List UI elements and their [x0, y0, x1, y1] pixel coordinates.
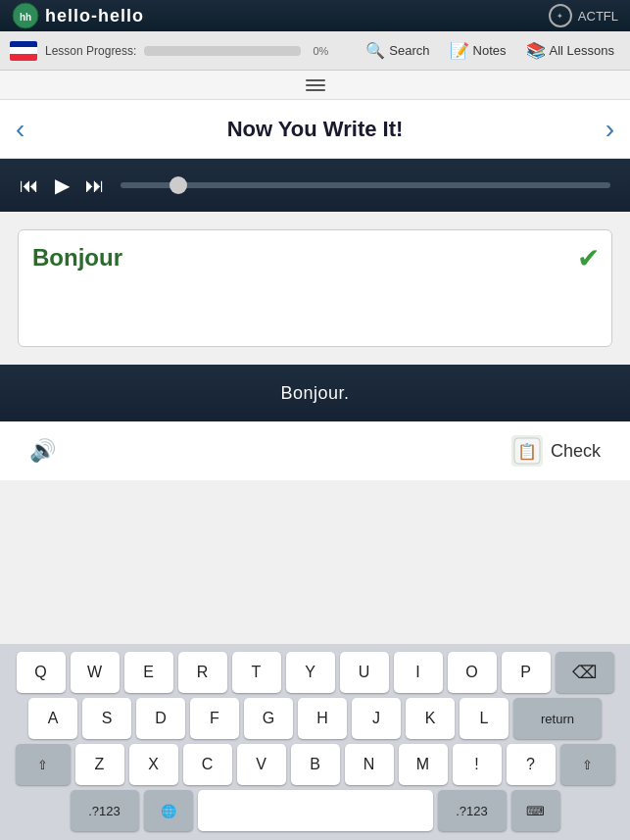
written-text: Bonjour — [32, 244, 122, 271]
check-label: Check — [551, 441, 601, 462]
flag-red — [10, 54, 37, 61]
key-b[interactable]: B — [291, 744, 340, 785]
num-key-left[interactable]: .?123 — [71, 790, 139, 831]
notes-label: Notes — [473, 43, 507, 58]
key-q[interactable]: Q — [17, 652, 66, 693]
check-button[interactable]: 📋 Check — [511, 435, 601, 467]
prev-button[interactable]: ‹ — [0, 114, 40, 145]
all-lessons-button[interactable]: 📚 All Lessons — [520, 41, 620, 60]
top-bar: hh hello-hello ✦ ACTFL — [0, 0, 630, 31]
translation-bar: Bonjour. — [0, 365, 630, 421]
flag-blue — [10, 41, 37, 48]
play-button[interactable]: ▶ — [55, 173, 70, 197]
actfl-area: ✦ ACTFL — [549, 4, 618, 27]
progress-track — [144, 46, 301, 56]
play-icon: ▶ — [55, 173, 70, 197]
writing-area[interactable]: Bonjour ✔ — [18, 229, 612, 347]
checkmark-icon: ✔ — [577, 242, 600, 274]
check-icon: 📋 — [511, 435, 543, 467]
key-e[interactable]: E — [124, 652, 173, 693]
globe-key[interactable]: 🌐 — [144, 790, 193, 831]
key-exclaim[interactable]: ! — [453, 744, 502, 785]
progress-bar-row: Lesson Progress: 0% 🔍 Search 📝 Notes 📚 A… — [0, 31, 630, 71]
notes-icon: 📝 — [450, 41, 469, 60]
space-key[interactable] — [198, 790, 433, 831]
title-row: ‹ Now You Write It! › — [0, 100, 630, 159]
all-lessons-label: All Lessons — [550, 43, 614, 58]
key-k[interactable]: K — [406, 698, 455, 739]
key-w[interactable]: W — [71, 652, 120, 693]
key-g[interactable]: G — [244, 698, 293, 739]
keyboard-row-3: ⇧ Z X C V B N M ! ? ⇧ — [4, 744, 626, 785]
rewind-button[interactable]: ⏮ — [20, 174, 39, 197]
actfl-label: ACTFL — [578, 9, 618, 24]
shift-key-right[interactable]: ⇧ — [560, 744, 615, 785]
next-button[interactable]: › — [590, 114, 630, 145]
menu-icon[interactable] — [306, 79, 325, 91]
page-title: Now You Write It! — [227, 117, 404, 142]
audio-controls: ⏮ ▶ ⏭ — [0, 159, 630, 212]
rewind-icon: ⏮ — [20, 174, 39, 197]
forward-button[interactable]: ⏭ — [85, 174, 105, 197]
key-j[interactable]: J — [352, 698, 401, 739]
key-n[interactable]: N — [345, 744, 394, 785]
svg-text:hh: hh — [20, 12, 31, 23]
keyboard: Q W E R T Y U I O P ⌫ A S D F G H J K L … — [0, 644, 630, 840]
forward-icon: ⏭ — [85, 174, 105, 197]
key-o[interactable]: O — [448, 652, 497, 693]
key-d[interactable]: D — [136, 698, 185, 739]
key-l[interactable]: L — [460, 698, 509, 739]
flag-icon — [10, 41, 37, 61]
key-i[interactable]: I — [394, 652, 443, 693]
search-icon: 🔍 — [365, 41, 385, 60]
key-r[interactable]: R — [178, 652, 227, 693]
key-x[interactable]: X — [129, 744, 178, 785]
key-v[interactable]: V — [237, 744, 286, 785]
keyboard-row-2: A S D F G H J K L return — [4, 698, 626, 739]
key-c[interactable]: C — [183, 744, 232, 785]
keyboard-row-1: Q W E R T Y U I O P ⌫ — [4, 652, 626, 693]
search-label: Search — [389, 43, 429, 58]
return-key[interactable]: return — [513, 698, 602, 739]
translation-text: Bonjour. — [280, 383, 349, 404]
seek-track[interactable] — [121, 182, 610, 188]
menu-icon-row — [0, 71, 630, 100]
shift-key-left[interactable]: ⇧ — [16, 744, 71, 785]
svg-text:📋: 📋 — [517, 442, 537, 461]
logo-text: hello-hello — [45, 6, 144, 26]
key-f[interactable]: F — [190, 698, 239, 739]
search-button[interactable]: 🔍 Search — [360, 41, 435, 60]
flag-white — [10, 47, 37, 54]
backspace-key[interactable]: ⌫ — [556, 652, 614, 693]
sound-icon[interactable]: 🔊 — [29, 438, 56, 464]
key-z[interactable]: Z — [75, 744, 124, 785]
lesson-progress-label: Lesson Progress: — [45, 44, 136, 58]
progress-percent: 0% — [313, 45, 328, 57]
keyboard-row-bottom: .?123 🌐 .?123 ⌨ — [4, 790, 626, 831]
notes-button[interactable]: 📝 Notes — [444, 41, 512, 60]
key-u[interactable]: U — [340, 652, 389, 693]
actfl-badge: ✦ — [549, 4, 572, 27]
action-row: 🔊 📋 Check — [0, 421, 630, 480]
key-m[interactable]: M — [399, 744, 448, 785]
seek-thumb — [170, 176, 187, 194]
key-h[interactable]: H — [298, 698, 347, 739]
key-s[interactable]: S — [82, 698, 131, 739]
keyboard-hide-key[interactable]: ⌨ — [511, 790, 560, 831]
logo-icon: hh — [12, 2, 39, 29]
num-key-right[interactable]: .?123 — [438, 790, 507, 831]
key-y[interactable]: Y — [286, 652, 335, 693]
all-lessons-icon: 📚 — [526, 41, 546, 60]
key-t[interactable]: T — [232, 652, 281, 693]
key-question[interactable]: ? — [507, 744, 556, 785]
logo-area: hh hello-hello — [12, 2, 144, 29]
key-p[interactable]: P — [502, 652, 551, 693]
key-a[interactable]: A — [28, 698, 77, 739]
